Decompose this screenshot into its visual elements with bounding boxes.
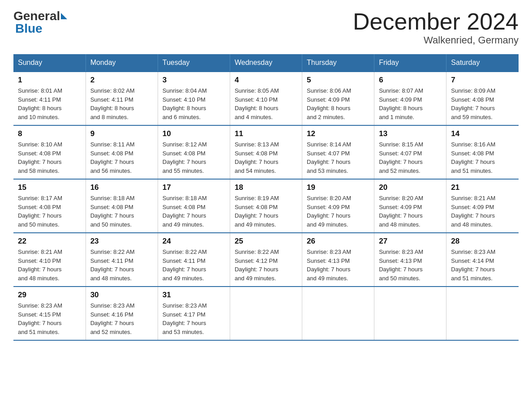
day-cell-15: 15Sunrise: 8:17 AMSunset: 4:08 PMDayligh… <box>13 179 86 233</box>
day-info: Sunrise: 8:23 AMSunset: 4:16 PMDaylight:… <box>90 301 153 336</box>
header-thursday: Thursday <box>302 54 374 72</box>
day-info: Sunrise: 8:02 AMSunset: 4:11 PMDaylight:… <box>90 86 153 121</box>
header-sunday: Sunday <box>13 54 86 72</box>
day-cell-8: 8Sunrise: 8:10 AMSunset: 4:08 PMDaylight… <box>13 125 86 179</box>
day-number: 19 <box>307 183 369 192</box>
title-section: December 2024 Walkenried, Germany <box>353 9 519 46</box>
day-number: 8 <box>18 129 81 138</box>
day-info: Sunrise: 8:23 AMSunset: 4:17 PMDaylight:… <box>163 301 225 336</box>
header-saturday: Saturday <box>446 54 519 72</box>
day-info: Sunrise: 8:23 AMSunset: 4:14 PMDaylight:… <box>451 248 514 283</box>
day-info: Sunrise: 8:05 AMSunset: 4:10 PMDaylight:… <box>235 86 297 121</box>
day-info: Sunrise: 8:14 AMSunset: 4:07 PMDaylight:… <box>307 140 369 175</box>
logo: General Blue <box>13 9 68 36</box>
day-cell-18: 18Sunrise: 8:19 AMSunset: 4:08 PMDayligh… <box>230 179 302 233</box>
day-info: Sunrise: 8:20 AMSunset: 4:09 PMDaylight:… <box>307 194 369 229</box>
day-cell-21: 21Sunrise: 8:21 AMSunset: 4:09 PMDayligh… <box>446 179 519 233</box>
day-cell-13: 13Sunrise: 8:15 AMSunset: 4:07 PMDayligh… <box>374 125 446 179</box>
day-number: 15 <box>18 183 81 192</box>
day-cell-7: 7Sunrise: 8:09 AMSunset: 4:08 PMDaylight… <box>446 72 519 125</box>
page-subtitle: Walkenried, Germany <box>353 34 519 46</box>
day-number: 6 <box>379 76 442 85</box>
page-title: December 2024 <box>353 9 519 34</box>
day-number: 30 <box>90 291 153 300</box>
day-number: 16 <box>90 183 153 192</box>
day-number: 26 <box>307 237 369 246</box>
day-number: 23 <box>90 237 153 246</box>
day-number: 25 <box>235 237 297 246</box>
day-info: Sunrise: 8:16 AMSunset: 4:08 PMDaylight:… <box>451 140 514 175</box>
day-info: Sunrise: 8:20 AMSunset: 4:09 PMDaylight:… <box>379 194 442 229</box>
week-row-5: 29Sunrise: 8:23 AMSunset: 4:15 PMDayligh… <box>13 287 519 340</box>
day-number: 9 <box>90 129 153 138</box>
calendar-header-row: SundayMondayTuesdayWednesdayThursdayFrid… <box>13 54 519 72</box>
day-info: Sunrise: 8:18 AMSunset: 4:08 PMDaylight:… <box>90 194 153 229</box>
day-cell-28: 28Sunrise: 8:23 AMSunset: 4:14 PMDayligh… <box>446 233 519 287</box>
logo-triangle-icon <box>61 13 67 19</box>
day-cell-30: 30Sunrise: 8:23 AMSunset: 4:16 PMDayligh… <box>86 287 158 340</box>
day-cell-25: 25Sunrise: 8:22 AMSunset: 4:12 PMDayligh… <box>230 233 302 287</box>
day-info: Sunrise: 8:04 AMSunset: 4:10 PMDaylight:… <box>163 86 225 121</box>
day-cell-16: 16Sunrise: 8:18 AMSunset: 4:08 PMDayligh… <box>86 179 158 233</box>
header-tuesday: Tuesday <box>158 54 230 72</box>
day-cell-14: 14Sunrise: 8:16 AMSunset: 4:08 PMDayligh… <box>446 125 519 179</box>
day-cell-4: 4Sunrise: 8:05 AMSunset: 4:10 PMDaylight… <box>230 72 302 125</box>
day-cell-22: 22Sunrise: 8:21 AMSunset: 4:10 PMDayligh… <box>13 233 86 287</box>
day-info: Sunrise: 8:21 AMSunset: 4:10 PMDaylight:… <box>18 248 81 283</box>
day-number: 4 <box>235 76 297 85</box>
day-number: 27 <box>379 237 442 246</box>
day-number: 20 <box>379 183 442 192</box>
day-cell-27: 27Sunrise: 8:23 AMSunset: 4:13 PMDayligh… <box>374 233 446 287</box>
day-cell-19: 19Sunrise: 8:20 AMSunset: 4:09 PMDayligh… <box>302 179 374 233</box>
day-number: 17 <box>163 183 225 192</box>
calendar-table: SundayMondayTuesdayWednesdayThursdayFrid… <box>13 54 519 341</box>
day-info: Sunrise: 8:18 AMSunset: 4:08 PMDaylight:… <box>163 194 225 229</box>
day-info: Sunrise: 8:22 AMSunset: 4:11 PMDaylight:… <box>90 248 153 283</box>
day-cell-12: 12Sunrise: 8:14 AMSunset: 4:07 PMDayligh… <box>302 125 374 179</box>
day-number: 21 <box>451 183 514 192</box>
empty-cell <box>374 287 446 340</box>
page-header: General Blue December 2024 Walkenried, G… <box>13 9 519 46</box>
week-row-3: 15Sunrise: 8:17 AMSunset: 4:08 PMDayligh… <box>13 179 519 233</box>
day-number: 2 <box>90 76 153 85</box>
day-cell-23: 23Sunrise: 8:22 AMSunset: 4:11 PMDayligh… <box>86 233 158 287</box>
header-wednesday: Wednesday <box>230 54 302 72</box>
day-number: 31 <box>163 291 225 300</box>
day-info: Sunrise: 8:19 AMSunset: 4:08 PMDaylight:… <box>235 194 297 229</box>
day-number: 11 <box>235 129 297 138</box>
day-number: 28 <box>451 237 514 246</box>
day-cell-20: 20Sunrise: 8:20 AMSunset: 4:09 PMDayligh… <box>374 179 446 233</box>
day-info: Sunrise: 8:15 AMSunset: 4:07 PMDaylight:… <box>379 140 442 175</box>
day-number: 3 <box>163 76 225 85</box>
week-row-4: 22Sunrise: 8:21 AMSunset: 4:10 PMDayligh… <box>13 233 519 287</box>
header-monday: Monday <box>86 54 158 72</box>
day-number: 22 <box>18 237 81 246</box>
day-info: Sunrise: 8:09 AMSunset: 4:08 PMDaylight:… <box>451 86 514 121</box>
day-cell-26: 26Sunrise: 8:23 AMSunset: 4:13 PMDayligh… <box>302 233 374 287</box>
day-number: 13 <box>379 129 442 138</box>
day-cell-17: 17Sunrise: 8:18 AMSunset: 4:08 PMDayligh… <box>158 179 230 233</box>
day-info: Sunrise: 8:07 AMSunset: 4:09 PMDaylight:… <box>379 86 442 121</box>
day-number: 12 <box>307 129 369 138</box>
week-row-1: 1Sunrise: 8:01 AMSunset: 4:11 PMDaylight… <box>13 72 519 125</box>
day-info: Sunrise: 8:23 AMSunset: 4:13 PMDaylight:… <box>379 248 442 283</box>
logo-blue-text: Blue <box>15 21 43 35</box>
day-cell-24: 24Sunrise: 8:22 AMSunset: 4:11 PMDayligh… <box>158 233 230 287</box>
header-friday: Friday <box>374 54 446 72</box>
day-info: Sunrise: 8:23 AMSunset: 4:13 PMDaylight:… <box>307 248 369 283</box>
day-cell-10: 10Sunrise: 8:12 AMSunset: 4:08 PMDayligh… <box>158 125 230 179</box>
day-info: Sunrise: 8:23 AMSunset: 4:15 PMDaylight:… <box>18 301 81 336</box>
week-row-2: 8Sunrise: 8:10 AMSunset: 4:08 PMDaylight… <box>13 125 519 179</box>
day-cell-2: 2Sunrise: 8:02 AMSunset: 4:11 PMDaylight… <box>86 72 158 125</box>
day-number: 18 <box>235 183 297 192</box>
day-cell-5: 5Sunrise: 8:06 AMSunset: 4:09 PMDaylight… <box>302 72 374 125</box>
day-cell-29: 29Sunrise: 8:23 AMSunset: 4:15 PMDayligh… <box>13 287 86 340</box>
day-number: 7 <box>451 76 514 85</box>
day-number: 1 <box>18 76 81 85</box>
day-info: Sunrise: 8:12 AMSunset: 4:08 PMDaylight:… <box>163 140 225 175</box>
day-cell-6: 6Sunrise: 8:07 AMSunset: 4:09 PMDaylight… <box>374 72 446 125</box>
empty-cell <box>446 287 519 340</box>
day-cell-1: 1Sunrise: 8:01 AMSunset: 4:11 PMDaylight… <box>13 72 86 125</box>
day-info: Sunrise: 8:13 AMSunset: 4:08 PMDaylight:… <box>235 140 297 175</box>
day-info: Sunrise: 8:21 AMSunset: 4:09 PMDaylight:… <box>451 194 514 229</box>
